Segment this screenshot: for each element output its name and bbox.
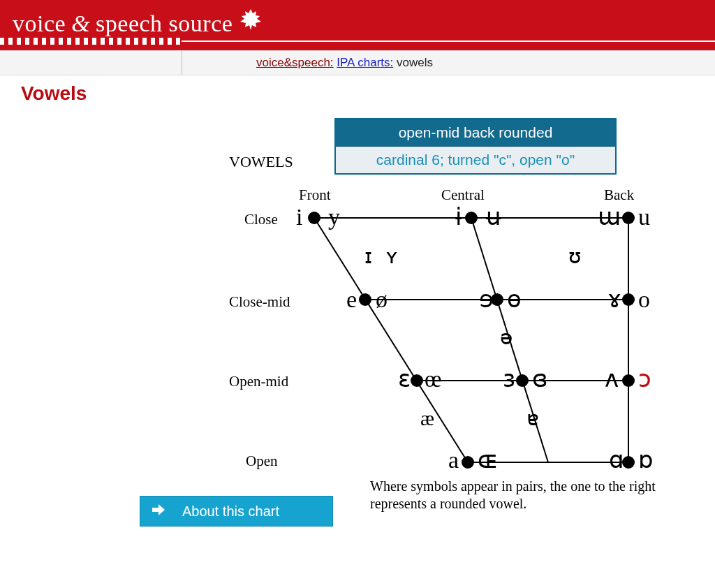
about-chart-label: About this chart bbox=[182, 504, 279, 520]
svg-point-16 bbox=[462, 456, 474, 469]
vowel-small-cap-i[interactable]: ɪ bbox=[364, 246, 372, 267]
svg-point-9 bbox=[622, 212, 635, 224]
banner-line bbox=[182, 41, 715, 42]
vowel-schwa[interactable]: ə bbox=[500, 327, 513, 348]
vowel-epsilon[interactable]: ɛ bbox=[398, 367, 411, 391]
vowel-o[interactable]: o bbox=[638, 288, 650, 311]
svg-point-7 bbox=[308, 212, 320, 224]
vowel-closed-rev-eps[interactable]: ɞ bbox=[532, 367, 548, 391]
vowel-u[interactable]: u bbox=[638, 205, 650, 229]
vowel-small-cap-y[interactable]: ʏ bbox=[385, 246, 398, 267]
vowel-open-o[interactable]: ɔ bbox=[638, 367, 651, 391]
vowel-tooltip: open-mid back rounded cardinal 6; turned… bbox=[335, 119, 616, 174]
vowel-turned-a[interactable]: ɐ bbox=[526, 408, 539, 429]
vowel-barred-i[interactable]: ɨ bbox=[455, 205, 462, 229]
vowel-script-a[interactable]: ɑ bbox=[609, 448, 624, 472]
trapezoid-frame bbox=[286, 204, 663, 483]
breadcrumb-current: vowels bbox=[397, 56, 433, 69]
chart-heading: VOWELS bbox=[229, 153, 293, 171]
vowel-barred-u[interactable]: ʉ bbox=[486, 205, 501, 229]
arrow-right-icon bbox=[150, 501, 167, 522]
page-title: Vowels bbox=[21, 82, 715, 105]
vowel-upsilon[interactable]: ʊ bbox=[568, 246, 582, 267]
vowel-reversed-e[interactable]: ɘ bbox=[479, 288, 494, 311]
svg-point-13 bbox=[411, 374, 423, 387]
title-ampersand: & bbox=[71, 10, 90, 37]
row-label-open-mid: Open-mid bbox=[229, 373, 288, 390]
svg-point-10 bbox=[359, 293, 371, 306]
banner-decor-bar bbox=[0, 36, 715, 46]
site-banner: voice & speech source bbox=[0, 0, 715, 50]
vowel-turned-m[interactable]: ɯ bbox=[598, 205, 621, 229]
title-word-voice: voice bbox=[13, 10, 66, 37]
svg-point-15 bbox=[622, 374, 635, 387]
col-label-central: Central bbox=[441, 186, 485, 204]
breadcrumb-bar: voice&speech: IPA charts: vowels bbox=[0, 50, 715, 75]
breadcrumb-divider bbox=[182, 51, 182, 75]
vowel-barred-o[interactable]: ɵ bbox=[507, 288, 522, 311]
breadcrumb-home-link[interactable]: voice&speech: bbox=[256, 56, 334, 69]
site-title: voice & speech source bbox=[13, 7, 702, 41]
tooltip-description: open-mid back rounded bbox=[336, 119, 615, 147]
banner-dots bbox=[0, 38, 182, 45]
title-word-speech-source: speech source bbox=[96, 10, 233, 37]
chart-footnote: Where symbols appear in pairs, the one t… bbox=[370, 478, 663, 513]
vowel-turned-v[interactable]: ʌ bbox=[605, 367, 619, 391]
col-label-front: Front bbox=[299, 186, 331, 204]
vowel-i[interactable]: i bbox=[296, 205, 302, 229]
maple-leaf-icon bbox=[237, 7, 265, 41]
vowel-e[interactable]: e bbox=[346, 288, 357, 311]
col-label-back: Back bbox=[604, 186, 634, 204]
vowel-cap-oe[interactable]: ɶ bbox=[478, 448, 498, 472]
about-chart-button[interactable]: About this chart bbox=[140, 496, 333, 527]
row-label-close: Close bbox=[244, 211, 278, 228]
vowel-ae[interactable]: æ bbox=[420, 408, 434, 429]
vowel-chart: VOWELS open-mid back rounded cardinal 6;… bbox=[209, 115, 691, 492]
vowel-oe[interactable]: œ bbox=[425, 367, 442, 391]
breadcrumb: voice&speech: IPA charts: vowels bbox=[256, 56, 433, 70]
vowel-o-slash[interactable]: ø bbox=[376, 288, 388, 311]
tooltip-names: cardinal 6; turned "c", open "o" bbox=[336, 147, 615, 173]
vowel-rams-horn[interactable]: ɤ bbox=[607, 288, 621, 311]
vowel-a[interactable]: a bbox=[448, 448, 459, 472]
breadcrumb-section-link[interactable]: IPA charts: bbox=[337, 56, 393, 69]
row-label-close-mid: Close-mid bbox=[229, 293, 290, 311]
svg-point-8 bbox=[465, 212, 478, 224]
vowel-y[interactable]: y bbox=[328, 205, 340, 229]
svg-point-14 bbox=[516, 374, 529, 387]
svg-point-12 bbox=[622, 293, 635, 306]
vowel-turned-script-a[interactable]: ɒ bbox=[638, 448, 654, 472]
vowel-reversed-eps[interactable]: ɜ bbox=[503, 367, 515, 391]
row-label-open: Open bbox=[246, 453, 278, 470]
